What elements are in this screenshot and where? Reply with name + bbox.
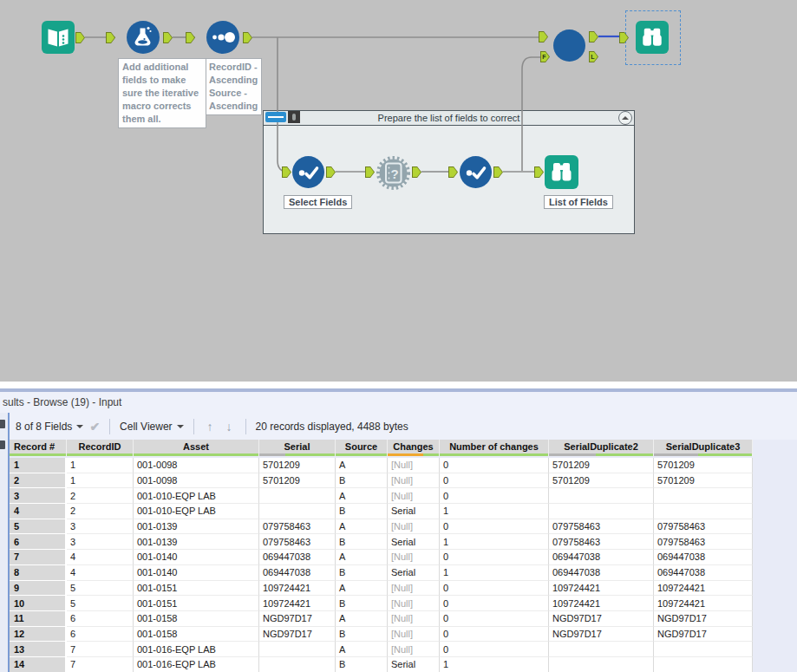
table-cell[interactable]: 069447038: [259, 565, 336, 581]
table-cell[interactable]: 069447038: [654, 565, 753, 581]
table-cell[interactable]: A: [336, 488, 388, 504]
column-header[interactable]: Source: [336, 440, 388, 456]
table-cell[interactable]: 5: [67, 596, 134, 611]
table-cell[interactable]: NGD97D17: [259, 611, 336, 627]
table-cell[interactable]: 5701209: [549, 458, 654, 473]
table-cell[interactable]: 001-0158: [134, 611, 259, 627]
table-cell[interactable]: 1: [440, 534, 549, 550]
table-row[interactable]: 137001-016-EQP LABA[Null]0: [10, 642, 753, 657]
table-cell[interactable]: 001-016-EQP LAB: [134, 657, 259, 672]
column-header[interactable]: Asset: [134, 440, 259, 456]
table-cell[interactable]: [549, 488, 654, 504]
select-fields-label[interactable]: Select Fields: [284, 195, 352, 209]
row-number-cell[interactable]: 8: [10, 565, 67, 581]
table-cell[interactable]: 2: [67, 504, 134, 519]
table-cell[interactable]: [Null]: [388, 581, 440, 597]
table-cell[interactable]: Serial: [388, 657, 440, 672]
table-cell[interactable]: 5701209: [654, 458, 753, 473]
table-row[interactable]: 126001-0158NGD97D17B[Null]0NGD97D17NGD97…: [10, 627, 753, 643]
row-number-cell[interactable]: 6: [10, 534, 67, 550]
table-cell[interactable]: B: [336, 596, 388, 611]
table-cell[interactable]: 109724421: [259, 596, 336, 611]
row-number-cell[interactable]: 3: [10, 488, 67, 504]
table-cell[interactable]: 001-0098: [134, 473, 259, 489]
row-number-cell[interactable]: 9: [10, 581, 67, 597]
table-cell[interactable]: 001-0140: [134, 565, 259, 581]
column-header[interactable]: SerialDuplicate3: [654, 440, 753, 456]
table-cell[interactable]: 001-0139: [134, 519, 259, 535]
table-cell[interactable]: 7: [67, 657, 134, 672]
table-row[interactable]: 95001-0151109724421A[Null]01097244211097…: [10, 581, 753, 597]
table-cell[interactable]: [Null]: [388, 596, 440, 611]
table-cell[interactable]: NGD97D17: [549, 627, 654, 643]
row-number-cell[interactable]: 13: [10, 642, 67, 657]
table-cell[interactable]: 0: [440, 581, 549, 597]
row-number-cell[interactable]: 10: [10, 596, 67, 611]
table-row[interactable]: 84001-0140069447038BSerial10694470380694…: [10, 565, 753, 581]
table-cell[interactable]: 109724421: [549, 581, 654, 597]
table-cell[interactable]: 0: [440, 458, 549, 473]
table-cell[interactable]: [Null]: [388, 519, 440, 535]
table-cell[interactable]: 5701209: [654, 473, 753, 489]
table-cell[interactable]: 109724421: [549, 596, 654, 611]
table-cell[interactable]: B: [336, 473, 388, 489]
row-number-cell[interactable]: 4: [10, 504, 67, 519]
table-cell[interactable]: 1: [440, 657, 549, 672]
column-header[interactable]: Changes: [388, 440, 440, 456]
table-view-icon[interactable]: [0, 420, 5, 428]
table-cell[interactable]: 6: [67, 627, 134, 643]
container-collapse-button[interactable]: [618, 111, 632, 125]
input-data-tool[interactable]: [42, 21, 75, 54]
formula-tool[interactable]: [127, 21, 160, 54]
table-cell[interactable]: Serial: [388, 534, 440, 550]
table-cell[interactable]: Serial: [388, 504, 440, 519]
table-cell[interactable]: NGD97D17: [259, 627, 336, 643]
table-cell[interactable]: 4: [67, 550, 134, 565]
table-cell[interactable]: A: [336, 611, 388, 627]
table-row[interactable]: 21001-00985701209B[Null]057012095701209: [10, 473, 753, 489]
table-cell[interactable]: 069447038: [654, 550, 753, 565]
row-number-cell[interactable]: 14: [10, 657, 67, 672]
table-cell[interactable]: 5701209: [549, 473, 654, 489]
table-cell[interactable]: [Null]: [388, 458, 440, 473]
table-cell[interactable]: 069447038: [549, 565, 654, 581]
table-row[interactable]: 11001-00985701209A[Null]057012095701209: [10, 458, 753, 473]
sort-annotation[interactable]: RecordID - Ascending Source - Ascending: [205, 58, 262, 115]
table-cell[interactable]: [259, 642, 336, 657]
table-cell[interactable]: B: [336, 627, 388, 643]
list-of-fields-label[interactable]: List of FIelds: [544, 195, 613, 209]
column-header[interactable]: Record #: [10, 440, 67, 456]
table-cell[interactable]: [Null]: [388, 473, 440, 489]
move-down-button[interactable]: ↓: [223, 420, 236, 434]
table-cell[interactable]: 001-0139: [134, 534, 259, 550]
table-cell[interactable]: A: [336, 642, 388, 657]
table-cell[interactable]: 069447038: [259, 550, 336, 565]
table-cell[interactable]: 2: [67, 488, 134, 504]
table-cell[interactable]: [Null]: [388, 550, 440, 565]
table-cell[interactable]: 001-0098: [134, 458, 259, 473]
table-cell[interactable]: 0: [440, 550, 549, 565]
table-cell[interactable]: [Null]: [388, 642, 440, 657]
table-cell[interactable]: [654, 642, 753, 657]
table-cell[interactable]: B: [336, 565, 388, 581]
table-cell[interactable]: 5: [67, 581, 134, 597]
table-cell[interactable]: 001-016-EQP LAB: [134, 642, 259, 657]
row-number-cell[interactable]: 11: [10, 611, 67, 627]
table-cell[interactable]: 0: [440, 473, 549, 489]
table-cell[interactable]: A: [336, 550, 388, 565]
table-cell[interactable]: 3: [67, 534, 134, 550]
row-number-cell[interactable]: 2: [10, 473, 67, 489]
apply-check-icon[interactable]: ✔: [89, 420, 100, 434]
table-cell[interactable]: 079758463: [259, 534, 336, 550]
row-number-cell[interactable]: 12: [10, 627, 67, 643]
table-cell[interactable]: [654, 504, 753, 519]
table-cell[interactable]: 001-010-EQP LAB: [134, 504, 259, 519]
table-cell[interactable]: [259, 504, 336, 519]
list-of-fields-browse-tool[interactable]: [545, 155, 578, 189]
table-cell[interactable]: B: [336, 657, 388, 672]
table-cell[interactable]: 0: [440, 519, 549, 535]
table-cell[interactable]: 079758463: [654, 534, 753, 550]
table-cell[interactable]: [549, 642, 654, 657]
table-cell[interactable]: [Null]: [388, 488, 440, 504]
table-cell[interactable]: [549, 504, 654, 519]
